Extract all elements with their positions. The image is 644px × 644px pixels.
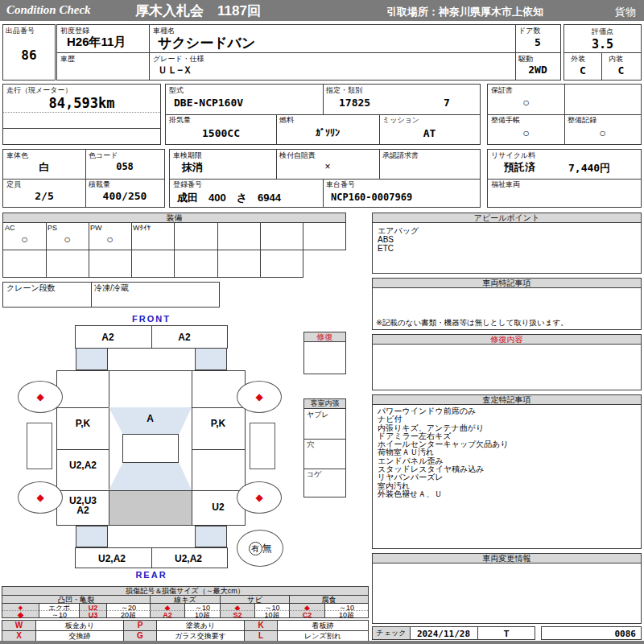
corrosion-size-2: 10超 xyxy=(324,610,368,617)
car-body-outline: A P,K P,K U2,A2 U2,U3 A2 U2 xyxy=(56,370,246,526)
mileage-value: 84,593km xyxy=(3,95,160,111)
check-label: チェック xyxy=(373,627,411,639)
assessment-list: パワーウインドウ前席のみ ナビ付 内張りキズ、アンテナ曲がり ドアミラー左右キズ… xyxy=(378,407,509,498)
check-inspector: T xyxy=(477,629,535,638)
legend-cat-rust: サビ xyxy=(220,595,289,603)
dent-size-2: 20超 xyxy=(106,610,150,617)
auction-condition-sheet: Condition Check 厚木入札会 1187回 引取場所：神奈川県厚木市… xyxy=(0,0,644,644)
rear-bumper-right-code: U2,A2 xyxy=(156,553,221,564)
score-table: 評価点 3.5 外装 C 内装 C xyxy=(564,24,642,80)
grade-label: グレード・仕様 xyxy=(153,55,204,63)
wheel-rear-left: ◆ xyxy=(18,481,63,514)
model-code-label: 型式 xyxy=(169,86,184,94)
freezer-label: 冷凍/冷蔵 xyxy=(94,284,129,292)
front-bumper-left-code: A2 xyxy=(80,332,136,343)
symbol-w-label: 板金あり xyxy=(35,621,123,630)
class-label: 指定・類別 xyxy=(326,86,362,94)
warranty-label: 保証書 xyxy=(491,86,513,94)
rust-diamond-icon: ◆ xyxy=(220,603,254,610)
rust-size-1: ～10 xyxy=(254,603,289,610)
appeal-panel: アピールポイント エアバッグ ABS ETC xyxy=(372,213,642,274)
front-left-corner-cell xyxy=(76,348,108,370)
dent-large-diamond-icon: ◆ xyxy=(2,610,39,617)
check-date: 2024/11/28 xyxy=(410,629,477,639)
assessment-panel: 査定特記事項 パワーウインドウ前席のみ ナビ付 内張りキズ、アンテナ曲がり ドア… xyxy=(372,394,642,549)
doors-label: ドア数 xyxy=(518,27,540,35)
rust-code-s2: S2 xyxy=(220,610,254,617)
scratch-size-2: 10超 xyxy=(184,610,220,617)
maintenance-book-label: 整備手帳 xyxy=(491,116,520,124)
doors-value: 5 xyxy=(515,36,560,48)
equipment-ac-label: AC xyxy=(5,224,15,232)
corrosion-diamond-icon: ◆ xyxy=(289,603,324,610)
symbol-g-label: ガラス交換要す xyxy=(156,631,244,641)
symbol-p-code: P xyxy=(123,621,156,630)
left-rear-panel-code-line2: A2 xyxy=(57,506,109,515)
spare-present-mark: 有 xyxy=(249,542,262,555)
insurance-cross-icon: × xyxy=(276,161,379,172)
vehicle-notes-header: 車両特記事項 xyxy=(372,278,642,288)
displacement-label: 排気量 xyxy=(169,116,191,124)
plate-value: 成田 400 さ 6944 xyxy=(177,191,281,205)
change-info-panel: 車両変更情報 xyxy=(372,553,642,624)
vehicle-category: 貨物 xyxy=(615,5,636,19)
header-bar: Condition Check 厚木入札会 1187回 引取場所：神奈川県厚木市… xyxy=(0,0,644,21)
interior-grade-label: 内装 xyxy=(609,55,623,63)
appeal-item: ETC xyxy=(378,244,419,253)
dent-small-diamond-icon: ◆ xyxy=(2,603,39,610)
document-table: 保証書 ○ 整備手帳 ○ 整備記録 ○ xyxy=(487,84,642,145)
equipment-ac-circle-icon: ○ xyxy=(3,233,46,246)
left-center-panel-code: U2,A2 xyxy=(57,460,109,471)
body-color-value: 白 xyxy=(3,160,85,175)
recycle-label: リサイクル料 xyxy=(491,151,535,159)
rear-bumper-left-code: U2,A2 xyxy=(80,553,144,564)
engine-table: 型式 DBE-NCP160V 指定・類別 17825 7 排気量 1500CC … xyxy=(165,84,481,145)
warranty-circle-icon: ○ xyxy=(488,96,564,109)
check-number: 0086 xyxy=(615,629,637,639)
legend-cat-corrosion: 腐食 xyxy=(289,595,368,603)
wheel-front-right: ◆ xyxy=(237,381,282,413)
spare-absent-mark: 無 xyxy=(262,542,272,555)
wheel-damage-diamond-icon: ◆ xyxy=(255,492,262,503)
registration-table: 車検期限 抹消 検付自賠責 × 承認請求書 登録番号 成田 400 さ 6944… xyxy=(169,149,481,208)
assessment-header: 査定特記事項 xyxy=(372,394,642,405)
maintenance-record-circle-icon: ○ xyxy=(564,126,641,139)
right-rear-panel-code: U2 xyxy=(192,502,245,513)
rear-right-corner-cell xyxy=(195,526,227,547)
cabin-burn-label: コゲ xyxy=(307,470,321,478)
appeal-item: ABS xyxy=(378,235,419,244)
symbol-legend: W 板金あり P 塗装あり K 看板跡 X 交換跡 G ガラス交換要す L レン… xyxy=(2,620,369,642)
appeal-item: エアバッグ xyxy=(378,226,419,235)
model-code-value: DBE-NCP160V xyxy=(174,97,243,109)
scratch-diamond-icon: ◆ xyxy=(150,603,184,610)
body-color-label: 車体色 xyxy=(6,151,28,159)
vin-value: NCP160-0007969 xyxy=(331,192,412,203)
symbol-g-code: G xyxy=(123,631,156,641)
crane-label: クレーン段数 xyxy=(6,284,56,292)
interior-grade-value: C xyxy=(601,64,641,76)
dent-ding-label: エクボ xyxy=(39,603,79,610)
wheel-damage-diamond-icon: ◆ xyxy=(36,492,43,503)
recycle-fee: 7,440円 xyxy=(568,161,610,175)
color-capacity-table: 車体色 白 色コード 058 定員 2/5 積載量 400/250 xyxy=(2,149,165,208)
vehicle-notes-panel: 車両特記事項 ※記載のない書類・機器等は無しとして取り扱います。 xyxy=(372,278,642,330)
capacity-value: 2/5 xyxy=(3,190,85,202)
cabin-lining-table: ヤブレ 穴 コゲ xyxy=(303,408,346,497)
scratch-size-1: ～10 xyxy=(184,603,220,610)
footer-bar xyxy=(0,641,644,644)
exterior-grade-label: 外装 xyxy=(571,55,585,63)
dent-code-u3: U3 xyxy=(79,610,106,617)
symbol-x-code: X xyxy=(2,631,35,641)
front-bumper: A2 A2 xyxy=(75,325,228,349)
repair-content-panel: 修復内容 xyxy=(372,334,642,390)
maintenance-record-label: 整備記録 xyxy=(568,116,597,124)
check-row: チェック 2024/11/28 T xyxy=(372,626,535,640)
appeal-header: アピールポイント xyxy=(372,213,642,223)
repair-content-title: 修復内容 xyxy=(491,335,523,344)
crane-freezer-table: クレーン段数 冷凍/冷蔵 xyxy=(2,282,220,308)
load-value: 400/250 xyxy=(85,190,164,202)
repair-mark-body xyxy=(303,341,346,374)
approval-label: 承認請求書 xyxy=(382,151,419,159)
maintenance-book-circle-icon: ○ xyxy=(488,126,564,139)
condition-check-logo: Condition Check xyxy=(6,3,91,17)
